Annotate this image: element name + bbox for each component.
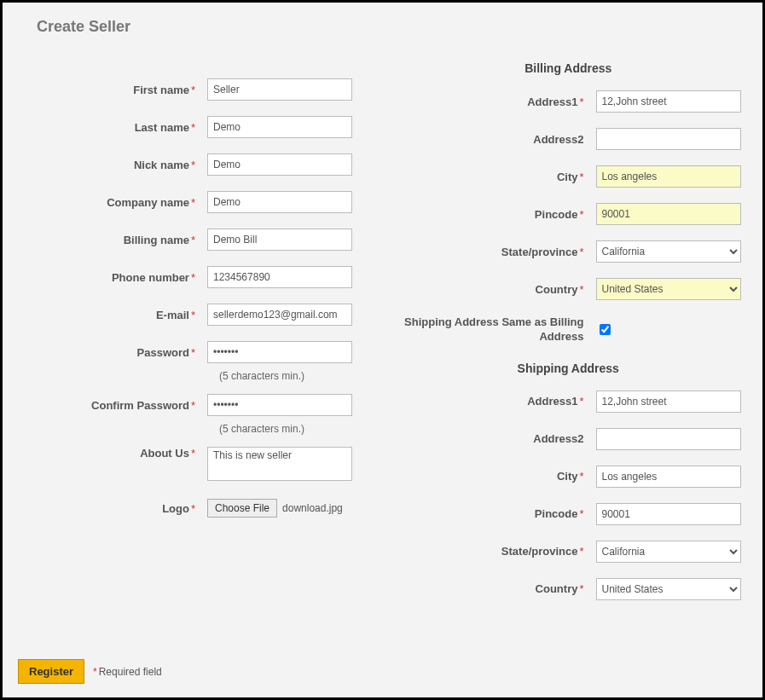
seller-details-column: First name* Last name* Nick name* Compan… xyxy=(20,44,374,616)
billing-address-heading: Billing Address xyxy=(391,61,746,75)
billing-pincode-input[interactable] xyxy=(596,203,741,225)
shipping-address1-label: Address1* xyxy=(391,395,596,408)
form-area: First name* Last name* Nick name* Compan… xyxy=(3,36,762,633)
nick-name-label: Nick name* xyxy=(20,159,207,171)
required-note: *Required field xyxy=(91,666,162,678)
shipping-address1-input[interactable] xyxy=(596,390,741,413)
nick-name-input[interactable] xyxy=(207,153,352,176)
email-label: E-mail* xyxy=(20,309,207,321)
same-as-billing-label: Shipping Address Same as Billing Address xyxy=(391,315,596,344)
shipping-address1-row: Address1* xyxy=(391,390,746,413)
shipping-pincode-input[interactable] xyxy=(596,503,741,525)
phone-input[interactable] xyxy=(207,266,352,288)
billing-address1-row: Address1* xyxy=(391,90,746,113)
company-name-input[interactable] xyxy=(207,191,352,213)
billing-address2-row: Address2 xyxy=(391,128,746,150)
register-button[interactable]: Register xyxy=(18,659,84,684)
shipping-country-label: Country* xyxy=(391,582,596,595)
shipping-address2-label: Address2 xyxy=(391,432,596,445)
company-name-label: Company name* xyxy=(20,196,207,209)
billing-country-select[interactable]: United States xyxy=(596,278,741,300)
confirm-password-row: Confirm Password* xyxy=(20,394,374,416)
confirm-password-label: Confirm Password* xyxy=(20,399,207,412)
shipping-city-label: City* xyxy=(391,470,596,483)
last-name-row: Last name* xyxy=(20,116,374,138)
last-name-input[interactable] xyxy=(207,116,352,138)
confirm-password-input[interactable] xyxy=(207,394,352,416)
email-row: E-mail* xyxy=(20,304,374,326)
shipping-state-select[interactable]: California xyxy=(596,541,741,563)
shipping-address-heading: Shipping Address xyxy=(391,362,746,375)
billing-state-row: State/province* California xyxy=(391,240,746,263)
first-name-label: First name* xyxy=(20,84,207,96)
page-title: Create Seller xyxy=(3,3,762,36)
billing-city-input[interactable] xyxy=(596,165,741,188)
shipping-state-label: State/province* xyxy=(391,545,596,558)
shipping-state-row: State/province* California xyxy=(391,541,746,563)
billing-name-label: Billing name* xyxy=(20,234,207,246)
email-input[interactable] xyxy=(207,304,352,326)
shipping-country-row: Country* United States xyxy=(391,578,746,600)
billing-pincode-row: Pincode* xyxy=(391,203,746,225)
billing-address2-label: Address2 xyxy=(391,133,596,146)
billing-country-label: Country* xyxy=(391,283,596,296)
phone-label: Phone number* xyxy=(20,271,207,284)
logo-choose-file-button[interactable]: Choose File xyxy=(207,499,277,518)
billing-state-label: State/province* xyxy=(391,246,596,258)
same-as-billing-checkbox[interactable] xyxy=(600,324,611,335)
shipping-pincode-label: Pincode* xyxy=(391,507,596,520)
shipping-address2-row: Address2 xyxy=(391,428,746,450)
phone-row: Phone number* xyxy=(20,266,374,288)
same-as-billing-row: Shipping Address Same as Billing Address xyxy=(391,315,746,344)
nick-name-row: Nick name* xyxy=(20,153,374,176)
first-name-input[interactable] xyxy=(207,78,352,101)
billing-state-select[interactable]: California xyxy=(596,240,741,263)
about-us-row: About Us* xyxy=(20,447,374,483)
confirm-password-hint: (5 characters min.) xyxy=(219,423,374,435)
logo-label: Logo* xyxy=(20,502,207,515)
billing-name-row: Billing name* xyxy=(20,229,374,251)
logo-filename: download.jpg xyxy=(282,502,343,514)
about-us-textarea[interactable] xyxy=(207,447,352,481)
billing-address1-label: Address1* xyxy=(391,95,596,108)
first-name-row: First name* xyxy=(20,78,374,101)
password-label: Password* xyxy=(20,346,207,359)
logo-row: Logo* Choose File download.jpg xyxy=(20,499,374,518)
shipping-pincode-row: Pincode* xyxy=(391,503,746,525)
shipping-country-select[interactable]: United States xyxy=(596,578,741,600)
billing-city-row: City* xyxy=(391,165,746,188)
billing-name-input[interactable] xyxy=(207,229,352,251)
shipping-address2-input[interactable] xyxy=(596,428,741,450)
billing-address1-input[interactable] xyxy=(596,90,741,113)
billing-city-label: City* xyxy=(391,171,596,183)
password-row: Password* xyxy=(20,341,374,363)
last-name-label: Last name* xyxy=(20,121,207,134)
shipping-city-input[interactable] xyxy=(596,466,741,488)
billing-address2-input[interactable] xyxy=(596,128,741,150)
company-name-row: Company name* xyxy=(20,191,374,213)
about-us-label: About Us* xyxy=(20,447,207,460)
billing-country-row: Country* United States xyxy=(391,278,746,300)
addresses-column: Billing Address Address1* Address2 City*… xyxy=(391,44,746,616)
shipping-city-row: City* xyxy=(391,466,746,488)
password-input[interactable] xyxy=(207,341,352,363)
password-hint: (5 characters min.) xyxy=(219,370,374,382)
footer-bar: Register *Required field xyxy=(18,659,162,684)
page-container: Create Seller First name* Last name* Nic… xyxy=(0,0,765,700)
billing-pincode-label: Pincode* xyxy=(391,208,596,221)
